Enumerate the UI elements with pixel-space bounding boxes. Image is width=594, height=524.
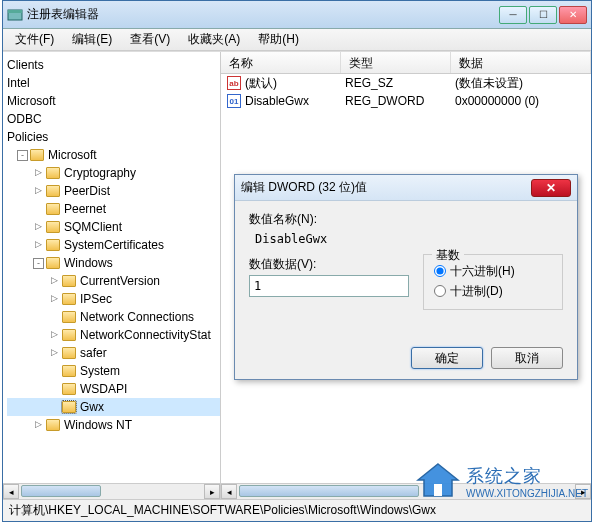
radio-hex-input[interactable] bbox=[434, 265, 446, 277]
titlebar[interactable]: 注册表编辑器 ─ ☐ ✕ bbox=[3, 1, 591, 29]
cancel-button[interactable]: 取消 bbox=[491, 347, 563, 369]
tree-item[interactable]: Network Connections bbox=[7, 308, 220, 326]
list-header: 名称 类型 数据 bbox=[221, 52, 591, 74]
tree-item[interactable]: ▷IPSec bbox=[7, 290, 220, 308]
folder-icon bbox=[46, 419, 60, 431]
tree-hscrollbar[interactable]: ◂ ▸ bbox=[3, 483, 220, 499]
folder-icon bbox=[46, 167, 60, 179]
edit-dword-dialog: 编辑 DWORD (32 位)值 ✕ 数值名称(N): DisableGwx 数… bbox=[234, 174, 578, 380]
expand-icon[interactable]: ▷ bbox=[49, 348, 60, 359]
menubar: 文件(F) 编辑(E) 查看(V) 收藏夹(A) 帮助(H) bbox=[3, 29, 591, 51]
value-data-input[interactable] bbox=[249, 275, 409, 297]
reg-dword-icon: 01 bbox=[227, 94, 241, 108]
menu-help[interactable]: 帮助(H) bbox=[250, 29, 307, 50]
status-path: 计算机\HKEY_LOCAL_MACHINE\SOFTWARE\Policies… bbox=[9, 502, 436, 519]
tree-item[interactable]: ▷CurrentVersion bbox=[7, 272, 220, 290]
folder-icon bbox=[46, 185, 60, 197]
tree-item[interactable]: ▷safer bbox=[7, 344, 220, 362]
scroll-left-button[interactable]: ◂ bbox=[221, 484, 237, 499]
menu-view[interactable]: 查看(V) bbox=[122, 29, 178, 50]
tree-item[interactable]: Clients bbox=[7, 56, 220, 74]
ok-button[interactable]: 确定 bbox=[411, 347, 483, 369]
scroll-thumb[interactable] bbox=[21, 485, 101, 497]
collapse-icon[interactable]: - bbox=[17, 150, 28, 161]
menu-file[interactable]: 文件(F) bbox=[7, 29, 62, 50]
folder-icon bbox=[62, 347, 76, 359]
folder-icon bbox=[62, 383, 76, 395]
expand-icon[interactable]: ▷ bbox=[33, 168, 44, 179]
base-groupbox: 基数 十六进制(H) 十进制(D) bbox=[423, 254, 563, 310]
value-type: REG_DWORD bbox=[345, 94, 455, 108]
folder-icon bbox=[46, 239, 60, 251]
tree-item-gwx[interactable]: Gwx bbox=[7, 398, 220, 416]
tree-item[interactable]: WSDAPI bbox=[7, 380, 220, 398]
list-hscrollbar[interactable]: ◂ ▸ bbox=[221, 483, 591, 499]
scroll-right-button[interactable]: ▸ bbox=[204, 484, 220, 499]
value-name: (默认) bbox=[245, 75, 345, 92]
expand-icon[interactable]: ▷ bbox=[33, 186, 44, 197]
radio-dec[interactable]: 十进制(D) bbox=[434, 281, 552, 301]
tree-item[interactable]: Intel bbox=[7, 74, 220, 92]
expand-icon[interactable]: ▷ bbox=[49, 276, 60, 287]
tree-item[interactable]: Microsoft bbox=[7, 92, 220, 110]
menu-favorites[interactable]: 收藏夹(A) bbox=[180, 29, 248, 50]
dialog-close-button[interactable]: ✕ bbox=[531, 179, 571, 197]
list-row[interactable]: ab (默认) REG_SZ (数值未设置) bbox=[221, 74, 591, 92]
folder-icon bbox=[46, 221, 60, 233]
tree-item[interactable]: Peernet bbox=[7, 200, 220, 218]
scroll-thumb[interactable] bbox=[239, 485, 419, 497]
maximize-button[interactable]: ☐ bbox=[529, 6, 557, 24]
value-data-label: 数值数据(V): bbox=[249, 256, 413, 273]
tree-item[interactable]: ▷Windows NT bbox=[7, 416, 220, 434]
col-type[interactable]: 类型 bbox=[341, 52, 451, 73]
folder-icon bbox=[62, 401, 76, 413]
tree-item[interactable]: ▷SystemCertificates bbox=[7, 236, 220, 254]
tree-item[interactable]: ▷Cryptography bbox=[7, 164, 220, 182]
tree-pane[interactable]: Clients Intel Microsoft ODBC Policies -M… bbox=[3, 52, 221, 499]
folder-icon bbox=[62, 311, 76, 323]
regedit-icon bbox=[7, 7, 23, 23]
value-type: REG_SZ bbox=[345, 76, 455, 90]
tree-item[interactable]: ▷PeerDist bbox=[7, 182, 220, 200]
folder-icon bbox=[62, 293, 76, 305]
col-data[interactable]: 数据 bbox=[451, 52, 591, 73]
value-name: DisableGwx bbox=[245, 94, 345, 108]
value-name-label: 数值名称(N): bbox=[249, 211, 563, 228]
tree-item-microsoft[interactable]: -Microsoft bbox=[7, 146, 220, 164]
value-data: (数值未设置) bbox=[455, 75, 523, 92]
value-data: 0x00000000 (0) bbox=[455, 94, 539, 108]
menu-edit[interactable]: 编辑(E) bbox=[64, 29, 120, 50]
radio-dec-input[interactable] bbox=[434, 285, 446, 297]
tree-item[interactable]: ODBC bbox=[7, 110, 220, 128]
folder-icon bbox=[62, 275, 76, 287]
folder-icon bbox=[46, 203, 60, 215]
dialog-titlebar[interactable]: 编辑 DWORD (32 位)值 ✕ bbox=[235, 175, 577, 201]
scroll-left-button[interactable]: ◂ bbox=[3, 484, 19, 499]
expand-icon[interactable]: ▷ bbox=[49, 330, 60, 341]
folder-icon bbox=[30, 149, 44, 161]
collapse-icon[interactable]: - bbox=[33, 258, 44, 269]
folder-icon bbox=[62, 365, 76, 377]
tree-item[interactable]: ▷NetworkConnectivityStat bbox=[7, 326, 220, 344]
expand-icon[interactable]: ▷ bbox=[33, 240, 44, 251]
scroll-right-button[interactable]: ▸ bbox=[575, 484, 591, 499]
dialog-title: 编辑 DWORD (32 位)值 bbox=[241, 179, 531, 196]
tree-item[interactable]: Policies bbox=[7, 128, 220, 146]
list-row[interactable]: 01 DisableGwx REG_DWORD 0x00000000 (0) bbox=[221, 92, 591, 110]
expand-icon[interactable]: ▷ bbox=[49, 294, 60, 305]
window-title: 注册表编辑器 bbox=[27, 6, 499, 23]
close-button[interactable]: ✕ bbox=[559, 6, 587, 24]
expand-icon[interactable]: ▷ bbox=[33, 420, 44, 431]
value-name-readonly: DisableGwx bbox=[249, 230, 563, 252]
folder-icon bbox=[62, 329, 76, 341]
minimize-button[interactable]: ─ bbox=[499, 6, 527, 24]
expand-icon[interactable]: ▷ bbox=[33, 222, 44, 233]
radio-hex[interactable]: 十六进制(H) bbox=[434, 261, 552, 281]
base-label: 基数 bbox=[432, 247, 464, 264]
statusbar: 计算机\HKEY_LOCAL_MACHINE\SOFTWARE\Policies… bbox=[3, 499, 591, 521]
col-name[interactable]: 名称 bbox=[221, 52, 341, 73]
reg-sz-icon: ab bbox=[227, 76, 241, 90]
tree-item-windows[interactable]: -Windows bbox=[7, 254, 220, 272]
tree-item[interactable]: System bbox=[7, 362, 220, 380]
tree-item[interactable]: ▷SQMClient bbox=[7, 218, 220, 236]
